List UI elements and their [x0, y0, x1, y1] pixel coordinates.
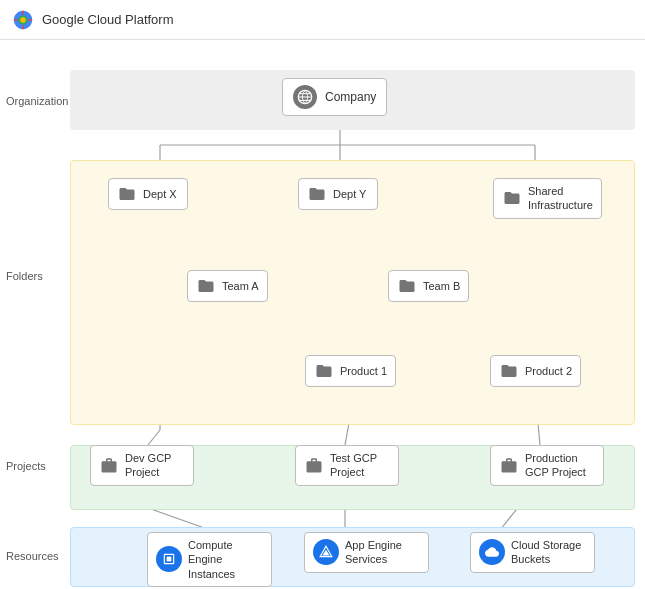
node-cloud-storage: Cloud Storage Buckets [470, 532, 595, 573]
dept-y-label: Dept Y [333, 188, 366, 200]
team-b-label: Team B [423, 280, 460, 292]
node-dept-y: Dept Y [298, 178, 378, 210]
svg-point-0 [20, 17, 26, 23]
dept-x-label: Dept X [143, 188, 177, 200]
gcp-title: Google Cloud Platform [42, 12, 174, 27]
app-engine-icon [313, 539, 339, 565]
node-team-a: Team A [187, 270, 268, 302]
company-label: Company [325, 90, 376, 104]
node-dept-x: Dept X [108, 178, 188, 210]
folder-icon-dept-y [307, 184, 327, 204]
briefcase-icon-test [304, 455, 324, 475]
node-shared-infra: Shared Infrastructure [493, 178, 602, 219]
team-a-label: Team A [222, 280, 259, 292]
gcp-logo: Google Cloud Platform [12, 9, 174, 31]
node-test-gcp: Test GCP Project [295, 445, 399, 486]
compute-engine-label: Compute Engine Instances [188, 538, 263, 581]
node-dev-gcp: Dev GCP Project [90, 445, 194, 486]
dev-gcp-label: Dev GCP Project [125, 451, 185, 480]
cloud-storage-label: Cloud Storage Buckets [511, 538, 586, 567]
label-resources: Resources [6, 550, 59, 562]
globe-icon [293, 85, 317, 109]
folder-icon-team-b [397, 276, 417, 296]
node-company: Company [282, 78, 387, 116]
node-product-2: Product 2 [490, 355, 581, 387]
gcp-logo-icon [12, 9, 34, 31]
folder-icon-shared [502, 188, 522, 208]
product-2-label: Product 2 [525, 365, 572, 377]
node-compute-engine: Compute Engine Instances [147, 532, 272, 587]
svg-rect-27 [167, 557, 172, 562]
node-product-1: Product 1 [305, 355, 396, 387]
header: Google Cloud Platform [0, 0, 645, 40]
cloud-storage-icon [479, 539, 505, 565]
node-prod-gcp: Production GCP Project [490, 445, 604, 486]
svg-line-15 [148, 430, 160, 445]
folder-icon-product-2 [499, 361, 519, 381]
folder-icon-team-a [196, 276, 216, 296]
label-folders: Folders [6, 270, 43, 282]
diagram: Organization Folders Projects Resources … [0, 40, 645, 589]
node-app-engine: App Engine Services [304, 532, 429, 573]
product-1-label: Product 1 [340, 365, 387, 377]
app-engine-label: App Engine Services [345, 538, 420, 567]
prod-gcp-label: Production GCP Project [525, 451, 595, 480]
test-gcp-label: Test GCP Project [330, 451, 390, 480]
folder-icon-product-1 [314, 361, 334, 381]
briefcase-icon-dev [99, 455, 119, 475]
compute-engine-icon [156, 546, 182, 572]
briefcase-icon-prod [499, 455, 519, 475]
folder-icon-dept-x [117, 184, 137, 204]
label-projects: Projects [6, 460, 46, 472]
shared-infra-label: Shared Infrastructure [528, 184, 593, 213]
label-organization: Organization [6, 95, 68, 107]
node-team-b: Team B [388, 270, 469, 302]
